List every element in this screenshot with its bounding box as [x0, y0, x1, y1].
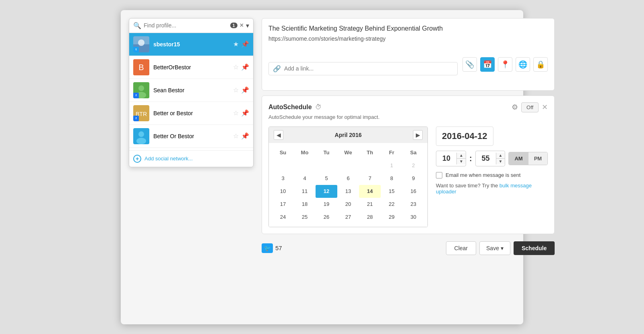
hour-arrows: ▲ ▼	[456, 153, 466, 164]
profile-item[interactable]: f Sean Bestor ☆ 📌	[129, 79, 253, 102]
cal-day[interactable]: 3	[272, 172, 294, 185]
minute-up-button[interactable]: ▲	[496, 153, 505, 159]
profile-actions: ☆ 📌	[233, 86, 249, 94]
cal-day[interactable]: 2	[402, 159, 424, 172]
search-chevron-icon[interactable]: ▾	[246, 22, 249, 29]
cal-day[interactable]: 23	[402, 198, 424, 211]
autoschedule-toggle[interactable]: Off	[521, 102, 539, 112]
pin-icon[interactable]: 📌	[241, 63, 249, 71]
star-icon[interactable]: ☆	[233, 132, 239, 140]
cal-day[interactable]: 24	[272, 211, 294, 224]
cal-day[interactable]: 26	[316, 211, 337, 224]
clear-button[interactable]: Clear	[446, 241, 476, 255]
calendar-icon[interactable]: 📅	[480, 57, 495, 72]
link-bar: 🔗	[268, 62, 458, 75]
time-section: 2016-04-12 10 ▲ ▼ : 55	[436, 127, 548, 195]
add-network-label: Add social network...	[144, 156, 193, 162]
cal-day[interactable]: 29	[381, 211, 402, 224]
cal-day[interactable]: 25	[294, 211, 316, 224]
email-row: Email me when message is sent	[436, 172, 548, 178]
cal-day[interactable]: 7	[359, 172, 381, 185]
message-box: The Scientific Marketing Strategy Behind…	[262, 18, 555, 91]
calendar-week-4: 17 18 19 20 21 22 23	[272, 198, 424, 211]
cal-day[interactable]: 22	[381, 198, 402, 211]
cal-day[interactable]: 28	[359, 211, 381, 224]
add-network-button[interactable]: + Add social network...	[129, 150, 253, 167]
cal-day[interactable]: 9	[402, 172, 424, 185]
avatar: f	[133, 82, 149, 98]
cal-day[interactable]: 16	[402, 185, 424, 198]
pin-icon[interactable]: 📌	[241, 132, 249, 140]
globe-icon[interactable]: 🌐	[516, 57, 530, 72]
avatar: t	[133, 36, 149, 52]
star-icon[interactable]: ★	[233, 40, 239, 48]
cal-day[interactable]: 15	[381, 185, 402, 198]
cal-day[interactable]: 19	[316, 198, 337, 211]
cal-day[interactable]: 27	[337, 211, 359, 224]
hour-spinbox: 10 ▲ ▼	[436, 151, 466, 166]
profile-item[interactable]: t sbestor15 ★ 📌	[129, 33, 253, 56]
pin-icon[interactable]: 📌	[241, 40, 249, 48]
profile-name: Better Or Bestor	[153, 133, 233, 139]
star-icon[interactable]: ☆	[233, 86, 239, 94]
attachment-icon[interactable]: 📎	[462, 57, 477, 72]
profile-item[interactable]: B BetterOrBestor ☆ 📌	[129, 56, 253, 79]
calendar-prev-button[interactable]: ◀	[274, 130, 283, 140]
cal-day-empty	[272, 159, 294, 172]
pin-icon[interactable]: 📌	[241, 109, 249, 117]
char-count: 57	[275, 245, 282, 251]
search-clear-icon[interactable]: ×	[240, 22, 244, 29]
pin-icon[interactable]: 📌	[241, 86, 249, 94]
schedule-button[interactable]: Schedule	[514, 241, 555, 255]
minute-down-button[interactable]: ▼	[496, 159, 505, 164]
link-input[interactable]	[284, 65, 453, 72]
cal-day[interactable]: 21	[359, 198, 381, 211]
cal-day-empty	[316, 159, 337, 172]
cal-day[interactable]: 8	[381, 172, 402, 185]
calendar: ◀ April 2016 ▶ Su Mo Tu We Th Fr Sa	[268, 127, 428, 227]
cal-day-selected[interactable]: 12	[316, 185, 337, 198]
hour-up-button[interactable]: ▲	[457, 153, 466, 159]
cal-day[interactable]: 20	[337, 198, 359, 211]
profile-item[interactable]: Better Or Bestor ☆ 📌	[129, 125, 253, 148]
cal-day[interactable]: 4	[294, 172, 316, 185]
profile-item[interactable]: BTR f Better or Bestor ☆ 📌	[129, 102, 253, 125]
svg-point-2	[138, 39, 144, 46]
cal-day[interactable]: 13	[337, 185, 359, 198]
email-checkbox[interactable]	[436, 172, 442, 178]
hour-down-button[interactable]: ▼	[457, 159, 466, 164]
cal-day[interactable]: 17	[272, 198, 294, 211]
cal-header-tu: Tu	[316, 146, 337, 159]
gear-icon[interactable]: ⚙	[512, 103, 518, 112]
cal-day[interactable]: 18	[294, 198, 316, 211]
cal-day[interactable]: 10	[272, 185, 294, 198]
cal-day[interactable]: 6	[337, 172, 359, 185]
cal-day[interactable]: 5	[316, 172, 337, 185]
cal-day[interactable]: 1	[381, 159, 402, 172]
calendar-next-button[interactable]: ▶	[413, 130, 423, 140]
toolbar-icons: 📎 📅 📍 🌐 🔒	[462, 57, 548, 72]
cal-day[interactable]: 11	[294, 185, 316, 198]
location-icon[interactable]: 📍	[498, 57, 512, 72]
email-label: Email me when message is sent	[446, 172, 520, 178]
save-button[interactable]: Save ▾	[479, 241, 510, 255]
close-autoschedule-icon[interactable]: ✕	[542, 103, 548, 112]
star-icon[interactable]: ☆	[233, 63, 239, 71]
time-row: 10 ▲ ▼ : 55 ▲ ▼	[436, 151, 548, 166]
calendar-week-5: 24 25 26 27 28 29 30	[272, 211, 424, 224]
calendar-month-label: April 2016	[335, 132, 362, 138]
autoschedule-controls: ⚙ Off ✕	[512, 102, 548, 112]
lock-icon[interactable]: 🔒	[533, 57, 548, 72]
star-icon[interactable]: ☆	[233, 109, 239, 117]
profile-search-input[interactable]	[144, 22, 228, 29]
cal-day[interactable]: 30	[402, 211, 424, 224]
calendar-week-2: 3 4 5 6 7 8 9	[272, 172, 424, 185]
autoschedule-section: AutoSchedule ⏱ ⚙ Off ✕ AutoSchedule your…	[262, 95, 555, 234]
schedule-body: ◀ April 2016 ▶ Su Mo Tu We Th Fr Sa	[268, 127, 548, 227]
pm-button[interactable]: PM	[528, 152, 548, 165]
profile-actions: ★ 📌	[233, 40, 249, 48]
message-url: https://sumome.com/stories/marketing-str…	[268, 35, 548, 42]
cal-day-today[interactable]: 14	[359, 185, 381, 198]
cal-day-empty	[337, 159, 359, 172]
am-button[interactable]: AM	[509, 152, 528, 165]
